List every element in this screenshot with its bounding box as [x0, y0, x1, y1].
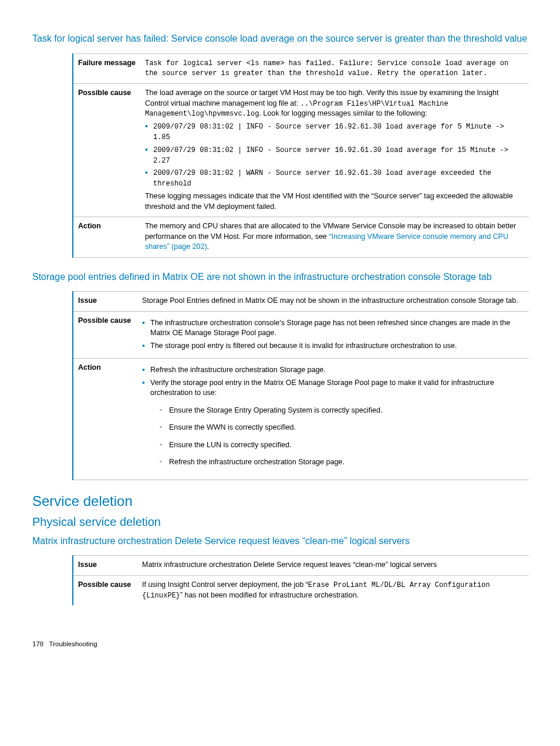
- row-content: Matrix infrastructure orchestration Dele…: [137, 556, 529, 576]
- cause-outro: These logging messages indicate that the…: [145, 192, 513, 211]
- row-label: Possible cause: [73, 311, 137, 359]
- log-line: 2009/07/29 08:31:02 | INFO - Source serv…: [153, 146, 508, 165]
- action-subitem: Refresh the infrastructure orchestration…: [160, 457, 524, 468]
- cause-text-b: ” has not been modified for infrastructu…: [180, 591, 359, 599]
- cause-item: The infrastructure orchestration console…: [142, 318, 524, 339]
- row-label: Failure message: [73, 53, 140, 84]
- section-name: Troubleshooting: [49, 640, 97, 647]
- section-heading-storage-pool: Storage pool entries defined in Matrix O…: [32, 271, 528, 283]
- action-subitem: Ensure the LUN is correctly specified.: [160, 440, 524, 451]
- heading-physical-service-deletion: Physical service deletion: [32, 515, 528, 529]
- heading-service-deletion: Service deletion: [32, 493, 528, 509]
- failure-message-text: Task for logical server <ls name> has fa…: [145, 59, 508, 78]
- row-content: Task for logical server <ls name> has fa…: [140, 53, 529, 84]
- row-content: Storage Pool Entries defined in Matrix O…: [137, 292, 529, 312]
- page-number: 178: [32, 640, 43, 647]
- table-clean-me: Issue Matrix infrastructure orchestratio…: [72, 555, 529, 605]
- section-heading-task-failed: Task for logical server has failed: Serv…: [32, 32, 528, 45]
- row-label: Issue: [73, 556, 137, 576]
- row-content: The memory and CPU shares that are alloc…: [140, 217, 529, 258]
- row-content: Refresh the infrastructure orchestration…: [137, 359, 529, 480]
- row-label: Action: [73, 359, 137, 480]
- cause-intro-b: . Look for logging messages similar to t…: [259, 109, 427, 117]
- row-label: Possible cause: [73, 575, 137, 605]
- section-heading-clean-me: Matrix infrastructure orchestration Dele…: [32, 535, 528, 548]
- cause-item: The storage pool entry is filtered out b…: [142, 341, 524, 352]
- action-item: Refresh the infrastructure orchestration…: [142, 365, 524, 376]
- table-task-failed: Failure message Task for logical server …: [72, 53, 529, 258]
- row-label: Action: [73, 217, 140, 258]
- action-subitem: Ensure the WWN is correctly specified.: [160, 423, 524, 433]
- action-item-text: Verify the storage pool entry in the Mat…: [150, 379, 494, 397]
- action-text-b: .: [207, 242, 209, 251]
- row-content: The infrastructure orchestration console…: [137, 311, 529, 359]
- row-content: If using Insight Control server deployme…: [137, 575, 529, 605]
- row-label: Possible cause: [73, 84, 140, 217]
- action-item: Verify the storage pool entry in the Mat…: [142, 378, 524, 468]
- log-line: 2009/07/29 08:31:02 | WARN - Source serv…: [153, 169, 491, 188]
- action-subitem: Ensure the Storage Entry Operating Syste…: [160, 406, 524, 416]
- page-footer: 178 Troubleshooting: [32, 640, 528, 647]
- cause-text-a: If using Insight Control server deployme…: [142, 580, 308, 589]
- table-storage-pool: Issue Storage Pool Entries defined in Ma…: [72, 291, 529, 480]
- log-line: 2009/07/29 08:31:02 | INFO - Source serv…: [153, 123, 504, 141]
- row-content: The load average on the source or target…: [140, 84, 529, 217]
- row-label: Issue: [73, 292, 137, 312]
